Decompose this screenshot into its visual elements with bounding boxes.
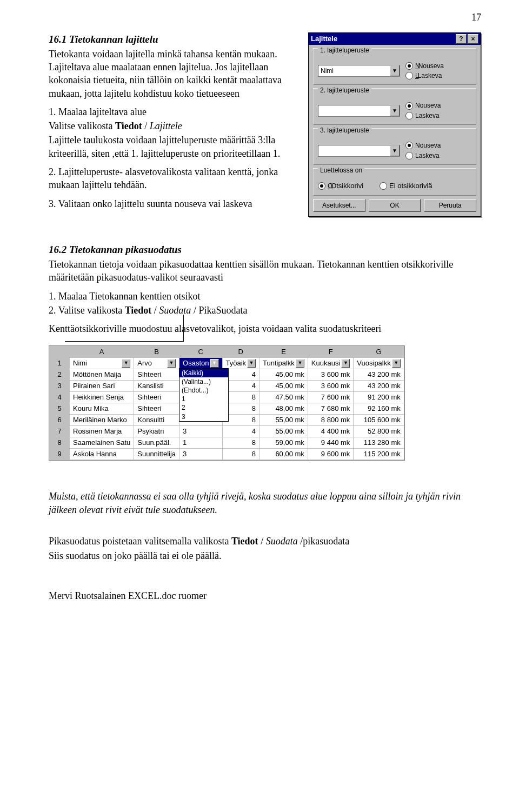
filter-dropdown[interactable]: (Kaikki) (Valinta...) (Ehdot...) 1 2 3 xyxy=(179,368,229,422)
row-number[interactable]: 3 xyxy=(50,380,70,391)
cell[interactable]: 45,00 mk xyxy=(260,380,308,391)
cell[interactable]: Suun.pääl. xyxy=(134,437,179,448)
filter-header-tyoaika[interactable]: Työaik▼ xyxy=(222,357,260,369)
cell[interactable]: 7 680 mk xyxy=(308,403,353,414)
cell[interactable]: 3 600 mk xyxy=(308,380,353,391)
cell[interactable]: 3 xyxy=(179,448,222,460)
cell[interactable]: 4 400 mk xyxy=(308,425,353,437)
cell[interactable]: Möttönen Maija xyxy=(70,369,134,380)
cell[interactable]: 3 xyxy=(179,425,222,437)
cell[interactable]: Sihteeri xyxy=(134,391,179,403)
cell[interactable]: 47,50 mk xyxy=(260,391,308,403)
chevron-down-icon[interactable]: ▼ xyxy=(122,359,130,368)
filter-opt-selection[interactable]: (Valinta...) xyxy=(179,377,228,386)
chevron-down-icon[interactable]: ▼ xyxy=(167,359,176,368)
cell[interactable]: 60,00 mk xyxy=(260,448,308,460)
filter-opt-1[interactable]: 1 xyxy=(179,395,228,403)
row-number[interactable]: 5 xyxy=(50,403,70,414)
cell[interactable]: 9 440 mk xyxy=(308,437,353,448)
sortkey1-desc-radio[interactable]: LLaskeva xyxy=(405,71,444,80)
cell[interactable]: 55,00 mk xyxy=(260,425,308,437)
help-icon[interactable]: ? xyxy=(456,34,467,44)
row-number[interactable]: 9 xyxy=(50,448,70,460)
filter-header-tuntipalkka[interactable]: Tuntipalkk▼ xyxy=(260,357,308,369)
filter-header-osaston[interactable]: Osaston▼ (Kaikki) (Valinta...) (Ehdot...… xyxy=(179,357,222,369)
col-letter[interactable]: D xyxy=(222,346,260,357)
ok-button[interactable]: OK xyxy=(369,199,421,212)
cell[interactable]: Saamelainen Satu xyxy=(70,437,134,448)
chevron-down-icon[interactable]: ▼ xyxy=(392,359,401,368)
cell[interactable]: 3 600 mk xyxy=(308,369,353,380)
cell[interactable]: 92 160 mk xyxy=(354,403,404,414)
row-number[interactable]: 4 xyxy=(50,391,70,403)
cell[interactable]: 4 xyxy=(222,425,260,437)
cell[interactable]: 52 800 mk xyxy=(354,425,404,437)
no-header-row-radio[interactable]: Ei otsikkoriviä xyxy=(380,181,432,191)
col-letter[interactable]: E xyxy=(260,346,308,357)
row-number[interactable]: 2 xyxy=(50,369,70,380)
cell[interactable]: Kanslisti xyxy=(134,380,179,391)
col-letter[interactable]: B xyxy=(134,346,179,357)
cell[interactable]: Sihteeri xyxy=(134,403,179,414)
row-number[interactable]: 8 xyxy=(50,437,70,448)
cell[interactable]: 8 800 mk xyxy=(308,414,353,425)
col-letter[interactable]: C xyxy=(179,346,222,357)
sortkey3-asc-radio[interactable]: Nouseva xyxy=(405,141,441,150)
chevron-down-icon[interactable]: ▼ xyxy=(390,65,400,76)
sortkey1-asc-radio[interactable]: NNouseva xyxy=(405,62,444,70)
cell[interactable]: 9 600 mk xyxy=(308,448,353,460)
row-number[interactable]: 6 xyxy=(50,414,70,425)
sortkey3-combo[interactable]: ▼ xyxy=(318,145,400,157)
cell[interactable]: Piirainen Sari xyxy=(70,380,134,391)
col-letter[interactable]: G xyxy=(354,346,404,357)
chevron-down-icon[interactable]: ▼ xyxy=(390,145,400,156)
cell[interactable]: 1 xyxy=(179,437,222,448)
col-letter[interactable]: F xyxy=(308,346,353,357)
cell[interactable]: 115 200 mk xyxy=(354,448,404,460)
sortkey2-desc-radio[interactable]: Laskeva xyxy=(405,111,441,120)
sortkey3-desc-radio[interactable]: Laskeva xyxy=(405,151,441,160)
cell[interactable]: Askola Hanna xyxy=(70,448,134,460)
cell[interactable]: 59,00 mk xyxy=(260,437,308,448)
cell[interactable]: 105 600 mk xyxy=(354,414,404,425)
filter-header-nimi[interactable]: Nimi▼ xyxy=(70,357,134,369)
cell[interactable]: 45,00 mk xyxy=(260,369,308,380)
chevron-down-icon[interactable]: ▼ xyxy=(296,359,304,368)
filter-header-arvo[interactable]: Arvo▼ xyxy=(134,357,179,369)
cell[interactable]: 48,00 mk xyxy=(260,403,308,414)
sortkey2-asc-radio[interactable]: Nouseva xyxy=(405,101,441,110)
cell[interactable]: Meriläinen Marko xyxy=(70,414,134,425)
corner-cell[interactable] xyxy=(50,346,70,357)
cell[interactable]: Kouru Mika xyxy=(70,403,134,414)
cancel-button[interactable]: Peruuta xyxy=(424,199,476,212)
cell[interactable]: 43 200 mk xyxy=(354,380,404,391)
cell[interactable]: 7 600 mk xyxy=(308,391,353,403)
filter-opt-3[interactable]: 3 xyxy=(179,412,228,421)
chevron-down-icon[interactable]: ▼ xyxy=(247,359,256,368)
settings-button[interactable]: Asetukset... xyxy=(313,199,365,212)
cell[interactable]: Konsultti xyxy=(134,414,179,425)
cell[interactable]: 91 200 mk xyxy=(354,391,404,403)
cell[interactable]: Heikkinen Senja xyxy=(70,391,134,403)
close-icon[interactable]: × xyxy=(468,34,478,44)
cell[interactable]: 43 200 mk xyxy=(354,369,404,380)
cell[interactable]: 8 xyxy=(222,448,260,460)
row-number[interactable]: 1 xyxy=(50,357,70,369)
chevron-down-icon[interactable]: ▼ xyxy=(390,105,400,116)
filter-opt-2[interactable]: 2 xyxy=(179,403,228,412)
cell[interactable]: Psykiatri xyxy=(134,425,179,437)
filter-opt-all[interactable]: (Kaikki) xyxy=(179,369,228,377)
cell[interactable]: Suunnittelija xyxy=(134,448,179,460)
cell[interactable]: 113 280 mk xyxy=(354,437,404,448)
cell[interactable]: Rossinen Marja xyxy=(70,425,134,437)
row-number[interactable]: 7 xyxy=(50,425,70,437)
dialog-titlebar[interactable]: Lajittele ? × xyxy=(309,33,481,45)
filter-header-kuukausi[interactable]: Kuukausi▼ xyxy=(308,357,353,369)
header-row-radio[interactable]: OOtsikkorivi xyxy=(318,181,363,191)
cell[interactable]: 55,00 mk xyxy=(260,414,308,425)
chevron-down-icon[interactable]: ▼ xyxy=(210,359,219,368)
filter-header-vuosipalkka[interactable]: Vuosipalkk▼ xyxy=(354,357,404,369)
col-letter[interactable]: A xyxy=(70,346,134,357)
sortkey2-combo[interactable]: ▼ xyxy=(318,105,400,117)
filter-opt-conditions[interactable]: (Ehdot...) xyxy=(179,386,228,395)
